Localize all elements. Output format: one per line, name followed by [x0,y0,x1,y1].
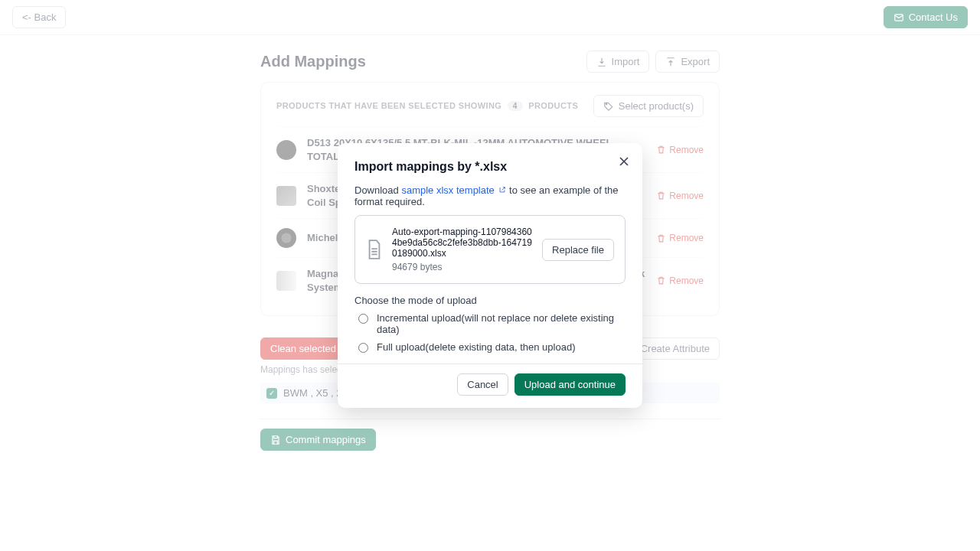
upload-mode-label: Choose the mode of upload [354,295,626,306]
download-prefix: Download [354,184,401,196]
modal-overlay: Import mappings by *.xlsx Download sampl… [0,0,980,551]
mode-full-input[interactable] [358,343,368,353]
mode-incremental-label: Incremental upload(will not replace nor … [377,312,626,335]
uploaded-file-box: Auto-export-mapping-11079843604be9da56c8… [354,215,626,284]
mode-incremental-input[interactable] [358,314,368,324]
external-link-icon [498,186,506,194]
sample-template-link[interactable]: sample xlsx template [401,184,509,196]
sample-template-label: sample xlsx template [401,184,494,196]
download-instruction: Download sample xlsx template to see an … [354,184,626,207]
modal-divider [338,364,642,364]
mode-full-label: Full upload(delete existing data, then u… [377,341,575,353]
mode-full-radio[interactable]: Full upload(delete existing data, then u… [354,341,626,353]
upload-continue-button[interactable]: Upload and continue [514,373,626,396]
file-name: Auto-export-mapping-11079843604be9da56c8… [392,227,533,259]
cancel-button[interactable]: Cancel [457,373,508,396]
modal-title: Import mappings by *.xlsx [354,160,626,174]
document-icon [366,239,383,260]
file-size: 94679 bytes [392,262,533,272]
mode-incremental-radio[interactable]: Incremental upload(will not replace nor … [354,312,626,335]
replace-file-button[interactable]: Replace file [542,239,614,261]
import-modal: Import mappings by *.xlsx Download sampl… [338,143,642,408]
close-icon[interactable] [616,154,632,169]
